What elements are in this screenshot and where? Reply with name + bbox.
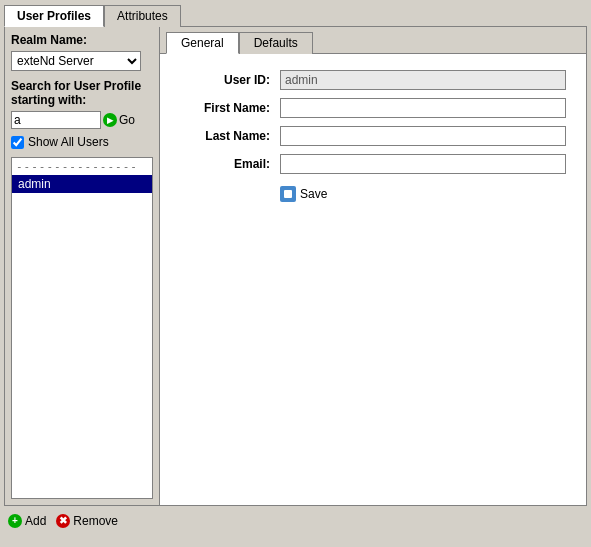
user-list[interactable]: ---------------- admin — [11, 157, 153, 499]
email-input[interactable] — [280, 154, 566, 174]
top-tabs: User Profiles Attributes — [4, 4, 587, 26]
userid-row: User ID: — [180, 70, 566, 90]
firstname-row: First Name: — [180, 98, 566, 118]
lastname-input[interactable] — [280, 126, 566, 146]
remove-button[interactable]: ✖ Remove — [56, 514, 118, 528]
left-panel: Realm Name: exteNd Server Search for Use… — [5, 27, 160, 505]
userid-input[interactable] — [280, 70, 566, 90]
email-row: Email: — [180, 154, 566, 174]
email-label: Email: — [180, 157, 280, 171]
content-area: Realm Name: exteNd Server Search for Use… — [4, 26, 587, 506]
search-row: ▶ Go — [11, 111, 153, 129]
lastname-row: Last Name: — [180, 126, 566, 146]
list-item[interactable]: admin — [12, 175, 152, 193]
show-all-label: Show All Users — [28, 135, 109, 149]
tab-general[interactable]: General — [166, 32, 239, 54]
remove-label: Remove — [73, 514, 118, 528]
save-icon — [280, 186, 296, 202]
realm-label: Realm Name: — [11, 33, 153, 47]
search-input[interactable] — [11, 111, 101, 129]
go-button[interactable]: ▶ Go — [103, 113, 135, 127]
user-list-separator: ---------------- — [12, 158, 152, 175]
add-icon: + — [8, 514, 22, 528]
firstname-label: First Name: — [180, 101, 280, 115]
userid-label: User ID: — [180, 73, 280, 87]
bottom-bar: + Add ✖ Remove — [4, 508, 587, 534]
tab-user-profiles[interactable]: User Profiles — [4, 5, 104, 27]
search-label: Search for User Profile starting with: — [11, 79, 153, 107]
lastname-label: Last Name: — [180, 129, 280, 143]
go-icon: ▶ — [103, 113, 117, 127]
save-label: Save — [300, 187, 327, 201]
save-row[interactable]: Save — [180, 186, 566, 202]
realm-select[interactable]: exteNd Server — [11, 51, 141, 71]
inner-content: User ID: First Name: Last Name: Email: — [160, 54, 586, 505]
right-panel: General Defaults User ID: First Name: La… — [160, 27, 586, 505]
tab-attributes[interactable]: Attributes — [104, 5, 181, 27]
go-label: Go — [119, 113, 135, 127]
add-label: Add — [25, 514, 46, 528]
remove-icon: ✖ — [56, 514, 70, 528]
add-button[interactable]: + Add — [8, 514, 46, 528]
show-all-checkbox[interactable] — [11, 136, 24, 149]
show-all-row: Show All Users — [11, 135, 153, 149]
inner-tabs: General Defaults — [160, 27, 586, 54]
tab-defaults[interactable]: Defaults — [239, 32, 313, 54]
main-container: User Profiles Attributes Realm Name: ext… — [0, 0, 591, 547]
firstname-input[interactable] — [280, 98, 566, 118]
